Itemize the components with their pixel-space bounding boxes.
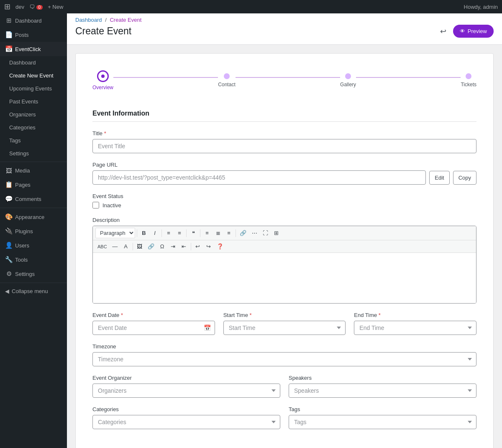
outdent-button[interactable]: ⇤ <box>179 242 189 251</box>
description-editor: Paragraph B I ≡ ≡ ❝ ≡ ≣ <box>92 226 476 304</box>
sidebar-item-tools[interactable]: 🔧 Tools <box>0 252 67 267</box>
sub-tags-label: Tags <box>9 137 20 144</box>
indent-button[interactable]: ⇥ <box>168 242 178 251</box>
description-body[interactable] <box>93 253 476 303</box>
sidebar-sub-organizers[interactable]: Organizers <box>0 108 67 121</box>
event-date-group: Event Date * 📅 <box>92 312 215 335</box>
ol-button[interactable]: ≡ <box>174 229 184 237</box>
more-button[interactable]: ⋯ <box>249 229 259 237</box>
sidebar-item-plugins[interactable]: 🔌 Plugins <box>0 224 67 238</box>
sidebar-sub-settings[interactable]: Settings <box>0 147 67 160</box>
tags-label: Tags <box>289 406 476 412</box>
step-gallery-circle <box>345 73 351 79</box>
align-right-button[interactable]: ≡ <box>224 229 234 237</box>
categories-group: Categories Categories <box>92 406 280 429</box>
editor-toolbar-row2: ABC — A 🖼 🔗 Ω ⇥ ⇤ ↩ ↪ ❓ <box>93 240 476 253</box>
title-input[interactable] <box>92 139 476 153</box>
end-time-group: End Time * End Time <box>354 312 476 335</box>
toolbar-sep-4 <box>200 229 200 237</box>
step-tickets[interactable]: Tickets <box>461 70 476 88</box>
collapse-label: Collapse menu <box>12 288 48 294</box>
event-date-input[interactable] <box>92 321 215 335</box>
organizer-label: Event Organizer <box>92 375 280 381</box>
align-center-button[interactable]: ≣ <box>213 229 223 237</box>
redo-button[interactable]: ↪ <box>204 242 214 251</box>
sidebar-item-comments[interactable]: 💬 Comments <box>0 192 67 206</box>
abc-button[interactable]: ABC <box>95 243 109 250</box>
dash-button[interactable]: — <box>110 242 120 251</box>
sidebar-sub-dashboard[interactable]: Dashboard <box>0 56 67 69</box>
sidebar-item-posts[interactable]: 📄 Posts <box>0 28 67 42</box>
categories-label: Categories <box>92 406 280 412</box>
bold-button[interactable]: B <box>139 229 149 237</box>
event-date-required: * <box>119 312 123 318</box>
url-label: Page URL <box>92 162 476 168</box>
toolbar-sep-7 <box>191 243 191 250</box>
step-overview[interactable]: Overview <box>92 70 113 90</box>
link-button[interactable]: 🔗 <box>238 229 248 237</box>
image-button[interactable]: 🖼 <box>135 242 145 251</box>
ul-button[interactable]: ≡ <box>164 229 174 237</box>
quote-button[interactable]: ❝ <box>188 229 198 237</box>
sidebar-sub-categories[interactable]: Categories <box>0 121 67 134</box>
help-button[interactable]: ❓ <box>215 242 225 251</box>
grid-button[interactable]: ⊞ <box>271 229 281 237</box>
tags-select[interactable]: Tags <box>289 415 476 429</box>
sidebar-item-eventclick[interactable]: 📅 EventClick <box>0 42 67 56</box>
preview-button[interactable]: 👁 Preview <box>453 25 494 38</box>
howdy-text[interactable]: Howdy, admin <box>464 4 498 10</box>
back-arrow-button[interactable]: ↩ <box>437 25 450 38</box>
emoji-button[interactable]: 🔗 <box>146 242 156 251</box>
title-group: Title * <box>92 130 476 153</box>
sidebar-item-settings[interactable]: ⚙ Settings <box>0 267 67 281</box>
align-left-button[interactable]: ≡ <box>202 229 212 237</box>
sidebar-sub-create-event[interactable]: Create New Event <box>0 69 67 82</box>
sub-organizers-label: Organizers <box>9 111 36 118</box>
step-gallery[interactable]: Gallery <box>340 70 356 88</box>
fullscreen-button[interactable]: ⛶ <box>260 229 270 237</box>
edit-url-button[interactable]: Edit <box>429 171 449 185</box>
sidebar-label-comments: Comments <box>15 196 41 202</box>
users-icon: 👤 <box>5 242 13 249</box>
comments-link[interactable]: 🗨 0 <box>29 4 43 10</box>
omega-button[interactable]: Ω <box>157 242 167 251</box>
step-overview-label: Overview <box>92 85 113 90</box>
paragraph-select[interactable]: Paragraph <box>95 228 135 238</box>
status-checkbox[interactable] <box>92 202 99 209</box>
step-tickets-circle <box>466 73 471 79</box>
italic-button[interactable]: I <box>150 229 160 237</box>
sidebar-label-plugins: Plugins <box>15 228 33 234</box>
categories-select[interactable]: Categories <box>92 415 280 429</box>
font-color-button[interactable]: A <box>121 242 131 251</box>
speakers-group: Speakers Speakers <box>289 375 476 398</box>
sidebar-label-dashboard: Dashboard <box>15 18 42 24</box>
site-name[interactable]: dev <box>15 4 24 10</box>
sidebar-sub-upcoming[interactable]: Upcoming Events <box>0 82 67 95</box>
url-input[interactable] <box>92 170 426 185</box>
page-actions: ↩ 👁 Preview <box>437 25 494 38</box>
sidebar-item-pages[interactable]: 📋 Pages <box>0 178 67 192</box>
timezone-select[interactable]: Timezone <box>92 352 476 366</box>
settings-icon: ⚙ <box>5 270 13 278</box>
step-connector-3 <box>356 77 461 78</box>
sidebar-item-appearance[interactable]: 🎨 Appearance <box>0 210 67 224</box>
start-time-select[interactable]: Start Time <box>223 321 346 335</box>
sidebar-item-dashboard[interactable]: ⊞ Dashboard <box>0 13 67 28</box>
breadcrumb-parent[interactable]: Dashboard <box>75 17 102 23</box>
sidebar-item-media[interactable]: 🖼 Media <box>0 164 67 178</box>
sidebar-item-users[interactable]: 👤 Users <box>0 238 67 252</box>
speakers-label: Speakers <box>289 375 476 381</box>
end-time-select[interactable]: End Time <box>354 321 476 335</box>
undo-button[interactable]: ↩ <box>193 242 203 251</box>
wp-logo[interactable]: ⊞ <box>4 2 10 11</box>
copy-url-button[interactable]: Copy <box>453 171 476 185</box>
collapse-menu-btn[interactable]: ◀ Collapse menu <box>0 285 67 298</box>
organizer-select[interactable]: Organizers <box>92 384 280 398</box>
speakers-select[interactable]: Speakers <box>289 384 476 398</box>
content-area: Overview Contact Gallery T <box>67 45 502 448</box>
sidebar-sub-past[interactable]: Past Events <box>0 95 67 108</box>
organizer-speakers-row: Event Organizer Organizers Speakers Spea… <box>92 375 476 406</box>
new-link[interactable]: + New <box>48 4 63 10</box>
step-contact[interactable]: Contact <box>218 70 235 88</box>
sidebar-sub-tags[interactable]: Tags <box>0 134 67 147</box>
